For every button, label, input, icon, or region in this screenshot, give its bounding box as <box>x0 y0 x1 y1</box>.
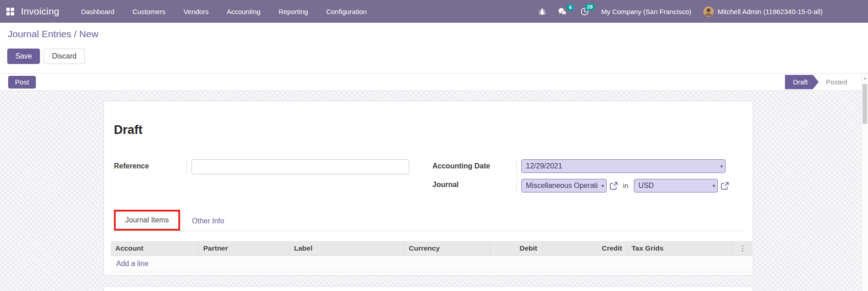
status-posted[interactable]: Posted <box>819 78 854 86</box>
messages-badge: 6 <box>567 4 574 11</box>
form-fields: Reference Accounting Date 12/29/2021 ▾ J… <box>114 159 725 193</box>
journal-field[interactable]: Miscellaneous Operati ▾ <box>521 179 607 192</box>
breadcrumb-journal-entries[interactable]: Journal Entries <box>8 29 71 39</box>
menu-configuration[interactable]: Configuration <box>326 8 367 15</box>
tab-journal-items[interactable]: Journal Items <box>116 212 178 229</box>
company-switcher[interactable]: My Company (San Francisco) <box>601 8 691 15</box>
currency-field[interactable]: USD ▾ <box>634 179 718 192</box>
journal-label: Journal <box>432 178 516 189</box>
status-draft[interactable]: Draft <box>785 75 819 89</box>
accounting-date-value: 12/29/2021 <box>526 162 562 170</box>
activities-clock-icon[interactable]: 28 <box>580 7 589 16</box>
annotation-highlight-box: Journal Items <box>114 210 180 231</box>
apps-grid-icon[interactable] <box>6 8 14 15</box>
scrollbar-thumb[interactable] <box>863 84 867 124</box>
user-name: Mitchell Admin (11862340-15-0-all) <box>717 8 823 15</box>
column-header-debit[interactable]: Debit <box>490 241 542 256</box>
user-avatar-image <box>703 6 714 17</box>
accounting-date-label: Accounting Date <box>432 159 516 170</box>
top-navbar: Invoicing Dashboard Customers Vendors Ac… <box>0 0 868 23</box>
in-label: in <box>623 182 628 190</box>
reference-input[interactable] <box>191 159 409 174</box>
control-panel-buttons: Save Discard <box>7 49 85 64</box>
menu-vendors[interactable]: Vendors <box>184 8 209 15</box>
external-link-icon[interactable] <box>610 182 618 190</box>
main-menu: Dashboard Customers Vendors Accounting R… <box>81 8 367 15</box>
messages-icon[interactable]: 6 <box>558 8 568 15</box>
form-statusbar: Post Draft Posted <box>0 74 868 91</box>
record-title: Draft <box>114 123 142 137</box>
app-brand[interactable]: Invoicing <box>21 6 59 17</box>
menu-reporting[interactable]: Reporting <box>279 8 308 15</box>
form-view-background: Draft Reference Accounting Date 12/29/20… <box>0 91 868 291</box>
save-button[interactable]: Save <box>7 49 40 64</box>
notebook-tabs: Journal Items Other Info <box>114 210 744 231</box>
scroll-up-icon[interactable]: ▲ <box>862 74 868 80</box>
menu-customers[interactable]: Customers <box>132 8 166 15</box>
column-options-icon[interactable]: ⋮ <box>733 241 752 256</box>
debug-bug-icon[interactable] <box>539 8 546 15</box>
external-link-icon[interactable] <box>721 182 729 190</box>
currency-value: USD <box>638 182 654 189</box>
post-button[interactable]: Post <box>8 76 36 89</box>
menu-dashboard[interactable]: Dashboard <box>81 8 114 15</box>
left-field-group: Reference <box>114 159 409 175</box>
breadcrumb-separator: / <box>71 29 79 39</box>
discard-button[interactable]: Discard <box>44 49 84 64</box>
caret-down-icon: ▾ <box>601 179 604 192</box>
accounting-date-field[interactable]: 12/29/2021 ▾ <box>521 159 726 173</box>
table-header-row: Account Partner Label Currency Debit Cre… <box>111 241 752 256</box>
add-line-link[interactable]: Add a line <box>116 260 148 268</box>
tab-other-info[interactable]: Other Info <box>186 212 230 231</box>
user-menu[interactable]: Mitchell Admin (11862340-15-0-all) <box>703 6 823 17</box>
journal-items-table: Account Partner Label Currency Debit Cre… <box>111 241 752 272</box>
right-field-group: Accounting Date 12/29/2021 ▾ Journal Mis… <box>432 159 725 193</box>
activities-badge: 28 <box>585 4 595 10</box>
invoicing-app-window: Invoicing Dashboard Customers Vendors Ac… <box>0 0 868 291</box>
vertical-scrollbar[interactable]: ▲ <box>861 74 868 291</box>
column-header-label[interactable]: Label <box>289 241 404 256</box>
breadcrumb-new: New <box>79 29 98 39</box>
caret-down-icon: ▾ <box>713 179 716 192</box>
column-header-currency[interactable]: Currency <box>404 241 490 256</box>
caret-down-icon: ▾ <box>720 160 723 173</box>
column-header-credit[interactable]: Credit <box>542 241 627 256</box>
control-panel: Journal Entries / New Save Discard <box>0 23 868 74</box>
journal-value: Miscellaneous Operati <box>526 182 598 189</box>
column-header-partner[interactable]: Partner <box>199 241 289 256</box>
column-header-account[interactable]: Account <box>111 241 199 256</box>
chatter-card <box>103 286 753 291</box>
reference-label: Reference <box>114 159 186 170</box>
navbar-systray: 6 28 My Company (San Francisco) Mitchell… <box>539 6 868 17</box>
form-sheet: Draft Reference Accounting Date 12/29/20… <box>103 101 753 276</box>
menu-accounting[interactable]: Accounting <box>227 8 260 15</box>
status-stepper: Draft Posted <box>785 75 854 89</box>
column-header-tax-grids[interactable]: Tax Grids <box>627 241 733 256</box>
breadcrumb: Journal Entries / New <box>8 29 98 39</box>
table-add-row: Add a line <box>111 256 752 272</box>
